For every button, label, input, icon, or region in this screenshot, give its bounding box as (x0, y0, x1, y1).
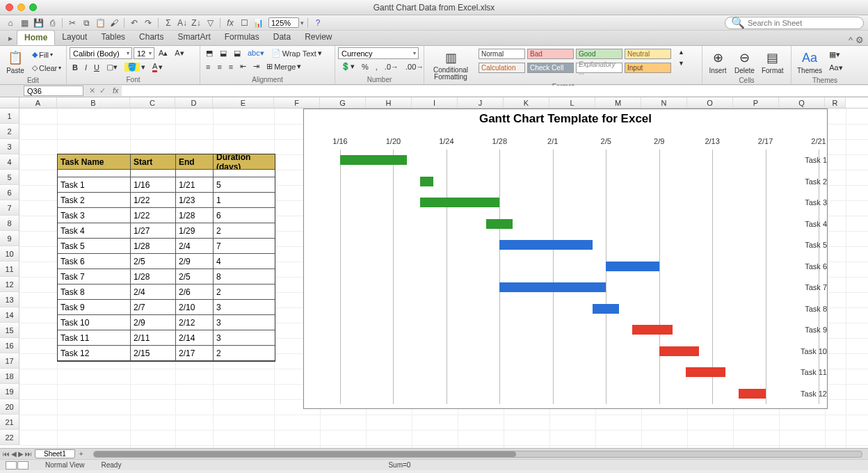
table-cell[interactable]: Task 10 (58, 315, 131, 330)
formula-input[interactable] (122, 86, 868, 96)
row-header[interactable]: 9 (0, 231, 19, 246)
font-color-button[interactable]: A▾ (150, 61, 166, 74)
table-cell[interactable]: 2 (214, 223, 275, 239)
redo-icon[interactable]: ↷ (142, 17, 154, 29)
cell-style-bad[interactable]: Bad (527, 49, 574, 59)
autosum-icon[interactable]: Σ (162, 17, 175, 29)
column-header[interactable]: O (687, 97, 733, 108)
decrease-indent-icon[interactable]: ⇤ (237, 61, 249, 72)
sheet-tab[interactable]: Sheet1 (35, 449, 75, 458)
row-header[interactable]: 2 (0, 124, 19, 139)
fill-button[interactable]: ◆Fill▾ (29, 49, 64, 61)
tab-collapse-icon[interactable]: ▸ (4, 31, 17, 45)
column-header[interactable]: R (825, 97, 846, 108)
table-cell[interactable]: 1/23 (176, 193, 214, 208)
page-layout-view-button[interactable] (17, 461, 29, 470)
fill-color-button[interactable]: 🪣▾ (122, 61, 148, 73)
row-header[interactable]: 17 (0, 353, 19, 369)
comma-format-icon[interactable]: , (373, 61, 380, 72)
table-cell[interactable]: Task 6 (58, 254, 131, 269)
table-cell[interactable]: 2/4 (176, 239, 214, 254)
worksheet-grid[interactable]: ABCDEFGHIJKLMNOPQR 123456789101112131415… (0, 97, 868, 448)
minimize-window-button[interactable] (17, 3, 25, 11)
accounting-format-icon[interactable]: 💲▾ (338, 61, 357, 72)
row-header[interactable]: 15 (0, 323, 19, 338)
table-cell[interactable]: Task 7 (58, 269, 131, 284)
cell-style-explanatory-[interactable]: Explanatory ... (576, 63, 622, 73)
ribbon-options-icon[interactable]: ⚙ (855, 35, 864, 45)
increase-decimal-icon[interactable]: .0→ (382, 61, 401, 72)
table-cell[interactable]: Task 1 (58, 177, 131, 193)
zoom-input[interactable] (268, 17, 299, 28)
undo-icon[interactable]: ↶ (128, 17, 140, 29)
cell-style-neutral[interactable]: Neutral (625, 49, 671, 59)
percent-format-icon[interactable]: % (359, 61, 371, 72)
gantt-bar[interactable] (420, 198, 500, 207)
table-header-cell[interactable]: Task Name (58, 154, 131, 170)
fx-icon[interactable]: fx (224, 17, 236, 29)
column-header[interactable]: E (213, 97, 274, 108)
gantt-bar[interactable] (739, 389, 765, 399)
align-middle-icon[interactable]: ⬓ (217, 47, 230, 59)
paste-icon[interactable]: 📋 (94, 17, 106, 29)
table-cell[interactable]: 2/10 (176, 300, 214, 315)
column-header[interactable]: Q (779, 97, 825, 108)
accept-formula-icon[interactable]: ✓ (99, 86, 106, 95)
row-header[interactable]: 6 (0, 185, 19, 200)
cell-style-normal[interactable]: Normal (479, 49, 525, 59)
row-header[interactable]: 10 (0, 246, 19, 262)
filter-icon[interactable]: ▽ (204, 17, 216, 29)
table-cell[interactable]: 2/17 (176, 346, 214, 361)
styles-scroll-up-icon[interactable]: ▲ (675, 47, 687, 57)
table-cell[interactable]: 2/4 (131, 284, 176, 300)
theme-colors-icon[interactable]: ▦▾ (826, 49, 845, 61)
table-cell[interactable]: 2/5 (176, 269, 214, 284)
row-header[interactable]: 12 (0, 277, 19, 292)
table-cell[interactable]: 4 (214, 254, 275, 269)
cell-style-check-cell[interactable]: Check Cell (527, 63, 574, 73)
table-cell[interactable]: Task 11 (58, 330, 131, 346)
tab-review[interactable]: Review (298, 30, 339, 45)
column-header[interactable]: H (366, 97, 412, 108)
column-header[interactable]: F (274, 97, 320, 108)
sort-asc-icon[interactable]: A↓ (176, 17, 188, 29)
save-icon[interactable]: 💾 (32, 17, 45, 29)
row-header[interactable]: 5 (0, 170, 19, 185)
gantt-bar[interactable] (486, 219, 513, 229)
styles-scroll-down-icon[interactable]: ▼ (675, 58, 687, 68)
row-header[interactable]: 4 (0, 154, 19, 170)
table-cell[interactable]: 2/11 (131, 330, 176, 346)
gantt-bar[interactable] (340, 155, 407, 165)
column-header[interactable]: B (57, 97, 130, 108)
gantt-bar[interactable] (499, 240, 593, 250)
orientation-icon[interactable]: abc▾ (245, 47, 267, 59)
help-icon[interactable]: ? (312, 17, 324, 29)
table-cell[interactable]: 2/7 (131, 300, 176, 315)
number-format-combo[interactable]: Currency (338, 47, 419, 59)
zoom-control[interactable]: ▾ (268, 17, 304, 28)
select-all-corner[interactable] (0, 97, 19, 109)
maximize-window-button[interactable] (29, 3, 37, 11)
expand-ribbon-icon[interactable]: ^ (849, 35, 853, 45)
font-size-combo[interactable]: 12 (134, 47, 154, 59)
table-cell[interactable]: 1/28 (176, 208, 214, 223)
column-header[interactable]: N (641, 97, 687, 108)
cell-style-input[interactable]: Input (625, 63, 671, 73)
home-icon[interactable]: ⌂ (4, 17, 17, 29)
border-button[interactable]: ▢▾ (104, 61, 120, 73)
table-cell[interactable]: Task 3 (58, 208, 131, 223)
next-sheet-icon[interactable]: ▶ (18, 450, 24, 458)
column-header[interactable]: G (320, 97, 366, 108)
cancel-formula-icon[interactable]: ✕ (89, 86, 95, 95)
table-cell[interactable]: 1/21 (176, 177, 214, 193)
increase-font-icon[interactable]: A▴ (156, 47, 170, 59)
font-name-combo[interactable]: Calibri (Body) (70, 47, 132, 59)
format-painter-icon[interactable]: 🖌 (108, 17, 120, 29)
table-cell[interactable]: Task 5 (58, 239, 131, 254)
gantt-bar[interactable] (593, 304, 619, 314)
first-sheet-icon[interactable]: ⏮ (3, 450, 10, 458)
tab-smartart[interactable]: SmartArt (170, 30, 217, 45)
gantt-bar[interactable] (632, 325, 672, 335)
paste-button[interactable]: 📋 Paste (3, 47, 28, 76)
clear-button[interactable]: ◇Clear▾ (29, 62, 64, 74)
